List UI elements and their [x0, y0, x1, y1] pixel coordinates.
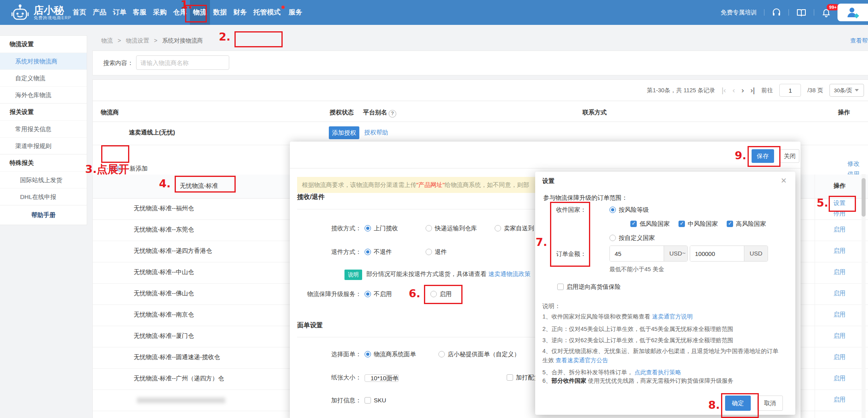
- amount-min-input[interactable]: [610, 246, 664, 261]
- help-circle-icon[interactable]: ?: [389, 110, 396, 118]
- auth-help-link[interactable]: 授权帮助: [364, 129, 388, 136]
- first-page-icon[interactable]: |‹: [721, 86, 726, 95]
- return-option-no[interactable]: 不退件: [365, 248, 392, 256]
- radio-on-icon[interactable]: [365, 225, 371, 231]
- search-input[interactable]: [136, 55, 229, 70]
- sidebar-item-dhl-online-declare[interactable]: DHL在线申报: [0, 188, 87, 205]
- sidebar-item-custom-logistics[interactable]: 自定义物流: [0, 69, 87, 86]
- radio-on-icon[interactable]: [365, 351, 371, 357]
- nav-data[interactable]: 数据: [210, 0, 230, 25]
- sheet-option-provider[interactable]: 物流商系统面单: [365, 351, 416, 358]
- cancel-button[interactable]: 取消: [757, 396, 783, 411]
- sheet-option-dxm[interactable]: 店小秘提供面单（自定义）: [438, 351, 520, 358]
- pickup-option-door[interactable]: 上门揽收: [365, 225, 398, 232]
- radio-off-icon[interactable]: [438, 351, 445, 357]
- nav-logistics[interactable]: 物流: [190, 0, 210, 25]
- nav-orders[interactable]: 订单: [110, 0, 130, 25]
- last-page-icon[interactable]: ›|: [750, 86, 755, 95]
- nav-hosting[interactable]: 托管模式: [250, 0, 285, 25]
- breadcrumb-logistics-settings[interactable]: 物流设置: [126, 37, 149, 44]
- pickup-option-self[interactable]: 卖家自送到: [495, 225, 534, 232]
- nav-finance[interactable]: 财务: [230, 0, 250, 25]
- radio-off-icon[interactable]: [430, 291, 437, 297]
- checkbox-on-icon[interactable]: [727, 221, 733, 227]
- execution-policy-link[interactable]: 点此查看执行策略: [635, 369, 681, 375]
- pickup-option-express[interactable]: 快递运输到仓库: [426, 225, 477, 232]
- col-auth-status: 授权状态: [330, 109, 354, 116]
- prev-page-icon[interactable]: ‹: [732, 86, 735, 95]
- save-button[interactable]: 保存: [752, 149, 774, 163]
- channel-enable-link[interactable]: 启用: [819, 375, 860, 382]
- official-announcement-link[interactable]: 查看速卖通官方公告: [556, 357, 608, 363]
- collapse-link[interactable]: - 收起: [106, 165, 122, 172]
- breadcrumb-logistics[interactable]: 物流: [101, 37, 113, 44]
- high-risk-checkbox[interactable]: 高风险国家: [727, 220, 766, 228]
- nav-purchase[interactable]: 采购: [150, 0, 170, 25]
- brand-logo[interactable]: 店小秘 免费跨境电商ERP: [10, 3, 71, 22]
- checkbox-on-icon[interactable]: [679, 221, 685, 227]
- scrollbar-thumb[interactable]: [862, 178, 866, 217]
- channel-stop-link[interactable]: 停用: [819, 210, 860, 217]
- nav-services[interactable]: 服务: [285, 0, 306, 25]
- user-avatar[interactable]: [837, 4, 868, 21]
- official-note-link[interactable]: 速卖通官方说明: [652, 313, 693, 320]
- nav-home[interactable]: 首页: [69, 0, 90, 25]
- paper-size-select[interactable]: 10*10面单: [365, 374, 399, 382]
- channel-enable-link[interactable]: 启用: [819, 268, 860, 276]
- bell-icon[interactable]: 99+: [821, 8, 831, 17]
- nav-products[interactable]: 产品: [90, 0, 110, 25]
- sidebar-item-channel-declare-rules[interactable]: 渠道申报规则: [0, 137, 87, 154]
- channel-enable-link[interactable]: 启用: [819, 353, 860, 361]
- radio-off-icon[interactable]: [609, 235, 616, 241]
- sidebar-help-manual[interactable]: 帮助手册: [0, 205, 87, 225]
- sku-checkbox[interactable]: SKU: [365, 397, 386, 404]
- sidebar-item-system-providers[interactable]: 系统对接物流商: [0, 53, 87, 69]
- radio-off-icon[interactable]: [495, 225, 501, 231]
- checkbox-off-icon[interactable]: [557, 284, 564, 290]
- aliexpress-policy-link[interactable]: 速卖通物流政策: [488, 270, 530, 277]
- book-icon[interactable]: [796, 8, 807, 17]
- channel-set-link[interactable]: 设置: [819, 199, 860, 207]
- nav-warehouse[interactable]: 仓库: [170, 0, 190, 25]
- page-size-select[interactable]: 30条/页: [829, 84, 864, 97]
- low-risk-checkbox[interactable]: 低风险国家: [630, 220, 670, 228]
- close-button[interactable]: 关闭: [780, 149, 799, 163]
- view-help-link[interactable]: 查看帮助: [850, 37, 868, 45]
- channel-enable-link[interactable]: 启用: [819, 311, 860, 319]
- channel-enable-link[interactable]: 启用: [819, 226, 860, 233]
- upgrade-option-on[interactable]: 启用: [430, 290, 452, 298]
- confirm-button[interactable]: 确定: [725, 396, 751, 411]
- close-icon[interactable]: ×: [781, 175, 786, 186]
- radio-on-icon[interactable]: [609, 207, 616, 213]
- page-number-input[interactable]: [779, 84, 801, 97]
- headset-icon[interactable]: [772, 8, 781, 17]
- modify-link[interactable]: 修改: [833, 160, 868, 168]
- add-new-link[interactable]: 新添加: [130, 165, 148, 172]
- checkbox-off-icon[interactable]: [365, 397, 371, 404]
- nav-service[interactable]: 客服: [130, 0, 150, 25]
- sidebar-item-customs-info[interactable]: 常用报关信息: [0, 120, 87, 137]
- amount-max-input[interactable]: [690, 246, 744, 261]
- custom-country-radio[interactable]: 按自定义国家: [609, 234, 655, 242]
- channel-enable-link[interactable]: 启用: [819, 396, 860, 404]
- upgrade-option-off[interactable]: 不启用: [365, 290, 392, 298]
- mid-risk-checkbox[interactable]: 中风险国家: [679, 220, 718, 228]
- return-option-yes[interactable]: 退件: [426, 248, 447, 256]
- risk-level-radio[interactable]: 按风险等级: [609, 206, 649, 214]
- channel-name: 无忧物流-标准--福州仓: [134, 205, 194, 212]
- radio-off-icon[interactable]: [426, 225, 432, 231]
- radio-off-icon[interactable]: [426, 249, 432, 255]
- training-link[interactable]: 免费专属培训: [721, 9, 757, 16]
- channel-enable-link[interactable]: 启用: [819, 290, 860, 297]
- sidebar-item-intl-online-shipping[interactable]: 国际站线上发货: [0, 171, 87, 188]
- checkbox-off-icon[interactable]: [507, 374, 513, 381]
- radio-on-icon[interactable]: [365, 249, 371, 255]
- add-auth-button[interactable]: 添加授权: [329, 126, 359, 139]
- next-page-icon[interactable]: ›: [742, 86, 744, 95]
- reverse-insurance-checkbox[interactable]: 启用逆向高货值保险: [557, 283, 621, 291]
- channel-enable-link[interactable]: 启用: [819, 332, 860, 340]
- radio-on-icon[interactable]: [365, 291, 371, 297]
- channel-enable-link[interactable]: 启用: [819, 247, 860, 255]
- checkbox-on-icon[interactable]: [630, 221, 637, 227]
- sidebar-item-overseas-warehouse[interactable]: 海外仓库物流: [0, 86, 87, 103]
